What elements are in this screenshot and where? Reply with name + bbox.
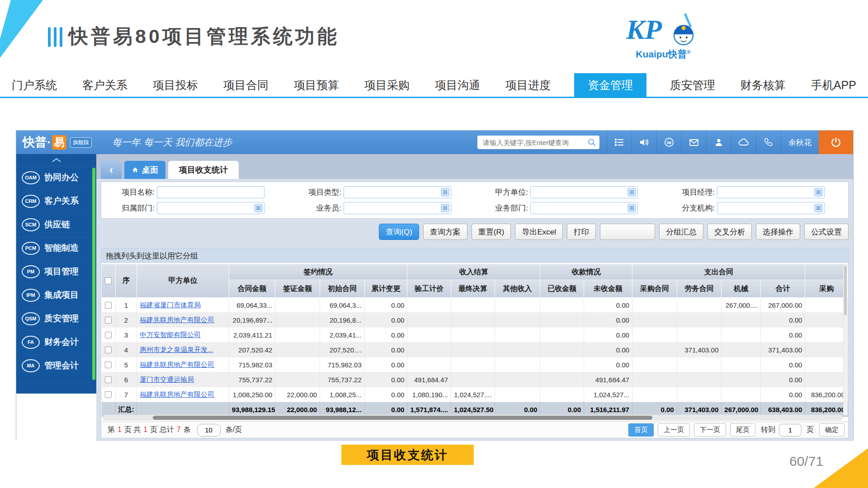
row-checkbox[interactable] [105,302,112,309]
toolbar-button[interactable]: 公式设置 [804,224,849,240]
sidebar-item[interactable]: PM项目管理 [16,260,96,283]
row-checkbox[interactable] [105,361,112,368]
row-checkbox[interactable] [105,391,112,398]
pager-button[interactable]: 上一页 [658,423,690,436]
lookup-icon[interactable] [627,188,636,197]
sidebar-item[interactable]: QSM质安管理 [16,307,96,330]
filter-input[interactable] [717,202,825,214]
nav-tab[interactable]: 项目预算 [292,73,341,97]
menu-list-icon[interactable] [607,131,632,154]
column-header[interactable]: 未收金额 [584,280,632,298]
nav-tab[interactable]: 项目进度 [504,73,552,97]
pager-button[interactable]: 首页 [628,423,654,436]
filter-input[interactable] [530,202,638,214]
user-icon[interactable] [706,131,731,154]
toolbar-button[interactable]: 重置(R) [472,224,511,240]
row-checkbox[interactable] [105,376,112,383]
vertical-scrollbar[interactable] [843,265,848,415]
username[interactable]: 余秋花 [781,131,819,154]
sidebar-item[interactable]: OAM协同办公 [16,166,96,189]
company-link[interactable]: 福建兆联房地产有限公司 [140,361,214,368]
column-header[interactable]: 序 [115,264,137,298]
nav-tab[interactable]: 手机APP [809,73,858,97]
toolbar-button[interactable]: 导出Excel [515,224,563,240]
nav-tab[interactable]: 项目合同 [222,73,270,97]
column-group-header[interactable]: 收款情况 [540,264,632,280]
toolbar-button[interactable]: 交叉分析 [708,224,752,240]
nav-tab[interactable]: 项目投标 [151,73,200,97]
sidebar-item[interactable]: FA财务会计 [16,330,96,354]
column-header[interactable]: 采购 [805,280,848,298]
filter-input[interactable] [530,186,638,198]
lookup-icon[interactable] [254,204,263,212]
column-group-header[interactable]: 签约情况 [229,264,407,280]
pager-button[interactable]: 尾页 [730,423,755,436]
toolbar-button[interactable] [600,224,655,240]
filter-input[interactable] [157,186,264,198]
tab-active[interactable]: 项目收支统计 [168,161,239,179]
row-checkbox[interactable] [105,317,112,324]
sidebar-collapse-icon[interactable] [16,154,96,166]
search-input[interactable] [482,138,587,147]
company-link[interactable]: 福建省厦门市体育局 [140,301,201,309]
lookup-icon[interactable] [814,188,823,197]
row-checkbox[interactable] [105,332,112,338]
column-group-header[interactable]: 收入结算 [407,264,540,280]
back-button[interactable]: ‹ [101,161,122,179]
filter-input[interactable] [157,202,264,214]
sidebar-item[interactable]: PCM智能制造 [16,236,96,260]
mail-icon[interactable] [681,131,706,154]
lookup-icon[interactable] [627,204,636,212]
company-link[interactable]: 中万安智能有限公司 [140,331,201,338]
confirm-button[interactable]: 确定 [819,423,844,436]
lookup-icon[interactable] [441,204,449,212]
sidebar-scrollbar[interactable] [92,168,95,380]
column-header[interactable]: 初始合同 [320,280,365,298]
column-group-header[interactable] [805,264,848,280]
company-link[interactable]: 福建兆联房地产有限公司 [140,316,214,324]
column-header[interactable]: 劳务合同 [677,280,722,298]
column-header[interactable]: 累计变更 [364,280,407,298]
page-size-input[interactable] [197,424,221,436]
select-all-checkbox[interactable] [105,277,112,284]
toolbar-button[interactable]: 查询(Q) [379,224,419,240]
column-header[interactable]: 最终决算 [451,280,495,298]
nav-tab[interactable]: 项目沟通 [433,73,482,97]
sidebar-item[interactable]: IPM集成项目 [16,283,96,307]
search-icon[interactable] [587,137,597,147]
power-icon[interactable] [819,131,853,154]
nav-tab-active[interactable]: 资金管理 [574,73,646,97]
column-header[interactable]: 验工计价 [407,280,451,298]
company-link[interactable]: 厦门市交通运输局 [140,375,194,383]
column-header[interactable]: 机械 [722,280,760,298]
column-header[interactable]: 采购合同 [632,280,677,298]
sidebar-item[interactable]: SCM供应链 [16,213,96,236]
lookup-icon[interactable] [814,204,823,212]
pager-button[interactable]: 下一页 [694,423,726,436]
filter-input[interactable] [344,202,451,214]
group-by-bar[interactable]: 拖拽列头到这里以用它分组 [101,249,848,264]
column-header[interactable]: 已收金额 [540,280,584,298]
column-group-header[interactable]: 支出合同 [632,264,805,280]
filter-input[interactable] [717,186,825,198]
lookup-icon[interactable] [441,188,449,197]
filter-input[interactable] [344,186,451,198]
column-header[interactable]: 签证金额 [275,280,320,298]
tab-desktop[interactable]: 桌面 [124,161,165,179]
nav-tab[interactable]: 质安管理 [668,73,717,97]
toolbar-button[interactable]: 打印 [567,224,596,240]
goto-page-input[interactable] [779,424,802,436]
company-link[interactable]: 惠州市龙之泉温泉开发... [140,346,213,353]
sidebar-item[interactable]: CRM客户关系 [16,189,96,213]
im-icon[interactable]: IM [656,131,681,154]
column-header[interactable]: 其他收入 [495,280,540,298]
column-header[interactable]: 甲方单位 [137,264,229,298]
nav-tab[interactable]: 项目采购 [363,73,411,97]
speaker-icon[interactable] [632,131,656,154]
nav-tab[interactable]: 客户关系 [80,73,129,97]
toolbar-button[interactable]: 选择操作 [756,224,800,240]
column-header[interactable]: 合同金额 [229,280,275,298]
toolbar-button[interactable]: 分组汇总 [659,224,703,240]
nav-tab[interactable]: 门户系统 [10,73,59,97]
cloud-icon[interactable] [731,131,756,154]
